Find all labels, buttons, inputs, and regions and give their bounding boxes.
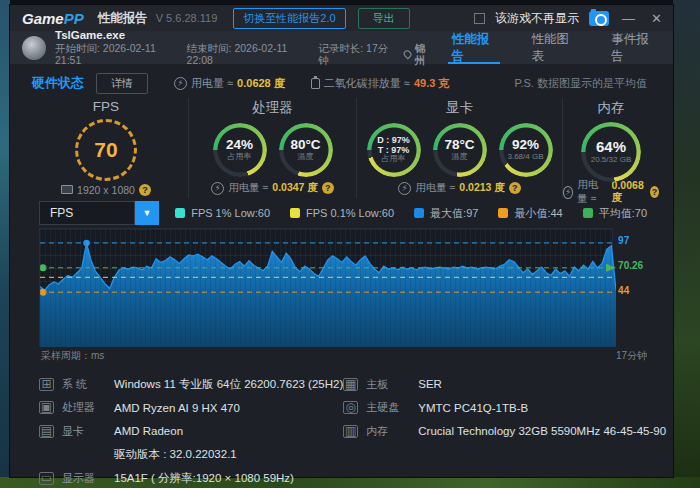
- metric-selector-value: FPS: [39, 201, 135, 225]
- spacer: [39, 448, 54, 461]
- legend-fps-01pct-low: FPS 0.1% Low:60: [290, 206, 394, 221]
- gpu-power: ⚡ 用电量 ≈ 0.0213 度 ?: [398, 178, 521, 198]
- gpu-usage-gauge: D : 97%T : 97%占用率: [367, 123, 421, 177]
- close-button[interactable]: ✕: [648, 12, 665, 25]
- help-icon[interactable]: ?: [650, 186, 659, 198]
- gpu-temp-gauge: 78°C温度: [433, 123, 487, 177]
- co2-icon: [311, 78, 320, 89]
- dont-show-checkbox[interactable]: [474, 13, 485, 24]
- power-icon: ⚡: [174, 77, 187, 90]
- power-icon: ⚡: [398, 182, 411, 195]
- ref-label-avg: 70.26: [618, 260, 643, 271]
- legend-avg: 平均值:70: [583, 206, 647, 221]
- gamepp-logo: GamePP: [22, 10, 84, 27]
- end-time: 结束时间: 2026-02-11 22:08: [187, 42, 307, 66]
- game-exe-name: TslGame.exe: [55, 29, 434, 42]
- app-version: V 5.6.28.119: [156, 12, 218, 24]
- system-info-section: ⊞ 系 统 Windows 11 专业版 64位 26200.7623 (25H…: [10, 363, 673, 488]
- title-bar: GamePP 性能报告 V 5.6.28.119 切换至性能报告2.0 导出 该…: [10, 5, 673, 31]
- metric-selector[interactable]: FPS ▼: [39, 201, 159, 225]
- hardware-status-row: 硬件状态 详情 ⚡ 用电量 ≈ 0.0628 度 二氧化碳排放量 ≈ 49.3 …: [10, 68, 673, 98]
- gamepp-report-window: GamePP 性能报告 V 5.6.28.119 切换至性能报告2.0 导出 该…: [9, 4, 674, 478]
- tab-performance-chart[interactable]: 性能图表: [514, 31, 594, 64]
- system-icon: ⊞: [39, 378, 54, 391]
- fps-gauge: 70: [75, 119, 137, 181]
- motherboard-icon: ▦: [343, 378, 358, 391]
- game-icon: [22, 36, 46, 60]
- ram-gauge-column: 内存 64%20.5/32 GB ⚡ 用电量 ≈ 0.0068 度 ?: [562, 98, 659, 198]
- monitor-icon: ▭: [39, 472, 54, 485]
- details-button[interactable]: 详情: [96, 73, 148, 94]
- legend-max: 最大值:97: [414, 206, 478, 221]
- ram-icon: ▥: [343, 425, 358, 438]
- fps-gauge-column: FPS 70 1920 x 1080 ?: [24, 98, 188, 198]
- sysinfo-row-driver: 驱动版本 : 32.0.22032.1: [39, 444, 343, 467]
- chart-axis-row: 采样周期：ms 17分钟: [39, 346, 649, 363]
- app-title: 性能报告: [98, 10, 148, 27]
- fps-resolution: 1920 x 1080 ?: [61, 181, 151, 198]
- cpu-gauge-column: 处理器 24%占用率 80°C温度 ⚡ 用电量 ≈ 0.0347 度 ?: [188, 98, 356, 198]
- chart-controls-row: FPS ▼ FPS 1% Low:60 FPS 0.1% Low:60 最大值:…: [10, 198, 673, 228]
- sysinfo-row-gpu: ▤ 显卡 AMD Radeon: [39, 420, 343, 443]
- chart-legend: FPS 1% Low:60 FPS 0.1% Low:60 最大值:97 最小值…: [175, 206, 647, 221]
- co2-stat: 二氧化碳排放量 ≈ 49.3 克: [311, 76, 450, 91]
- sysinfo-row-cpu: ▣ 处理器 AMD Ryzen AI 9 HX 470: [39, 397, 343, 420]
- cpu-title: 处理器: [252, 99, 293, 117]
- fps-area-chart[interactable]: [39, 228, 613, 346]
- tab-event-report[interactable]: 事件报告: [593, 31, 673, 64]
- screenshot-camera-button[interactable]: [589, 11, 609, 26]
- sysinfo-row-os: ⊞ 系 统 Windows 11 专业版 64位 26200.7623 (25H…: [39, 373, 343, 396]
- record-duration: 记录时长: 17分钟: [318, 42, 392, 66]
- ps-note: P.S. 数据图显示的是平均值: [515, 76, 647, 91]
- sysinfo-row-motherboard: ▦ 主板 SER: [343, 373, 666, 396]
- gpu-gauge-column: 显卡 D : 97%T : 97%占用率 78°C温度 92%3.68/4 GB…: [356, 98, 562, 198]
- dont-show-label: 该游戏不再显示: [495, 10, 579, 27]
- location: 锦州: [404, 42, 433, 66]
- legend-min: 最小值:44: [498, 206, 562, 221]
- hardware-status-title: 硬件状态: [32, 74, 84, 92]
- ref-label-max: 97: [618, 235, 629, 246]
- monitor-icon: [61, 185, 73, 194]
- cpu-usage-gauge: 24%占用率: [213, 123, 267, 177]
- cpu-power: ⚡ 用电量 ≈ 0.0347 度 ?: [211, 178, 334, 198]
- ram-title: 内存: [598, 99, 625, 117]
- chevron-down-icon: ▼: [135, 201, 159, 225]
- chart-ref-labels: 9770.2644: [613, 228, 647, 346]
- sysinfo-row-ram: ▥ 内存 Crucial Technology 32GB 5590MHz 46-…: [343, 420, 666, 443]
- sysinfo-row-monitor: ▭ 显示器 15A1F ( 分辨率:1920 × 1080 59Hz): [39, 467, 343, 488]
- help-icon[interactable]: ?: [509, 182, 521, 194]
- sysinfo-row-disk: ◎ 主硬盘 YMTC PC41Q-1TB-B: [343, 397, 666, 420]
- gpu-vram-gauge: 92%3.68/4 GB: [499, 123, 553, 177]
- help-icon[interactable]: ?: [322, 182, 334, 194]
- session-times: 开始时间: 2026-02-11 21:51 结束时间: 2026-02-11 …: [55, 42, 434, 66]
- export-button[interactable]: 导出: [358, 8, 410, 29]
- start-time: 开始时间: 2026-02-11 21:51: [55, 42, 175, 66]
- cpu-icon: ▣: [39, 401, 54, 414]
- gauges-section: FPS 70 1920 x 1080 ? 处理器 24%占用率 80°C温度: [10, 98, 673, 198]
- legend-fps-1pct-low: FPS 1% Low:60: [175, 206, 270, 221]
- fps-chart-section: 9770.2644 采样周期：ms 17分钟: [10, 228, 673, 363]
- report-tabs: 性能报告 性能图表 事件报告: [434, 31, 673, 64]
- fps-title: FPS: [93, 99, 119, 114]
- disk-icon: ◎: [343, 401, 358, 414]
- sampling-period-label: 采样周期：ms: [41, 349, 104, 363]
- gpu-title: 显卡: [446, 99, 473, 117]
- switch-report-2-button[interactable]: 切换至性能报告2.0: [233, 8, 345, 29]
- help-icon[interactable]: ?: [139, 184, 151, 196]
- power-icon: ⚡: [211, 182, 224, 195]
- location-pin-icon: [403, 49, 414, 60]
- duration-label: 17分钟: [616, 349, 647, 363]
- total-power-stat: ⚡ 用电量 ≈ 0.0628 度: [174, 76, 285, 91]
- desktop-background-right: [673, 0, 700, 488]
- cpu-temp-gauge: 80°C温度: [279, 123, 333, 177]
- tab-performance-report[interactable]: 性能报告: [434, 31, 514, 64]
- ram-usage-gauge: 64%20.5/32 GB: [581, 122, 641, 182]
- minimize-button[interactable]: —: [619, 12, 638, 25]
- gpu-icon: ▤: [39, 425, 54, 438]
- ref-label-min: 44: [618, 285, 629, 296]
- game-info-bar: TslGame.exe 开始时间: 2026-02-11 21:51 结束时间:…: [10, 31, 673, 64]
- power-icon: ⚡: [563, 186, 573, 199]
